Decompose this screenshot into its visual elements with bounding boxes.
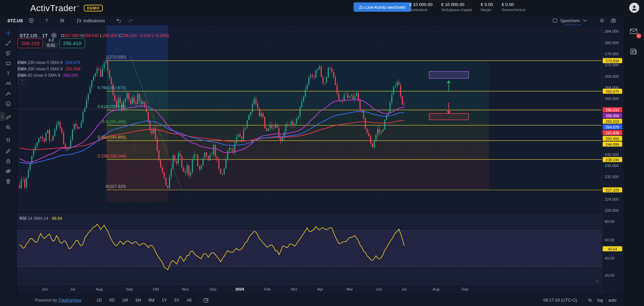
legend-symbol[interactable]: STZ.US · 1T <box>19 33 48 38</box>
news-button[interactable] <box>629 47 639 57</box>
tool-magnet[interactable] <box>3 136 14 146</box>
gear-icon <box>595 278 600 283</box>
tool-rectangle[interactable] <box>3 58 14 68</box>
tool-xabcd-pattern[interactable] <box>3 78 14 89</box>
percent-scale-button[interactable]: % <box>588 298 592 303</box>
price-label: 49.54 <box>603 246 622 251</box>
range-1y[interactable]: 1Y <box>159 297 170 304</box>
legend-collapse-button[interactable]: ⌃ <box>18 79 26 84</box>
layout-square-icon <box>552 18 558 24</box>
avatar[interactable] <box>629 3 639 13</box>
fib-level-label: 0.764(262.670) <box>52 86 126 90</box>
inbox-badge: 1 <box>636 33 641 38</box>
undo-button[interactable] <box>113 18 125 24</box>
inbox-button[interactable]: 1 <box>629 27 639 37</box>
chart-surface[interactable]: STZ.US · 1T − O257.980 H259.540 L255.450… <box>17 25 602 284</box>
account-stat-value: € 0.00 <box>502 2 526 7</box>
time-axis-label: Feb <box>264 287 271 291</box>
account-stat: € 0.00Gewinn/Verlust <box>502 2 526 12</box>
spread-value: 0.01 <box>45 42 57 48</box>
account-stat: € 0.00Margin <box>481 2 493 12</box>
pane-settings-button[interactable] <box>595 278 600 284</box>
indicators-button[interactable]: ƒx Indikatoren <box>74 18 108 23</box>
time-axis-label: Jul <box>70 287 75 291</box>
price-label: 256.210 <box>603 107 622 112</box>
indicators-label: Indikatoren <box>83 18 105 23</box>
price-tick: 80.00 <box>605 219 614 224</box>
indicator-row[interactable]: EMA 200 close 0 SMA 9251.838 <box>17 67 80 71</box>
account-stat-value: € 10 000.00 <box>409 2 433 7</box>
save-layout-button[interactable]: Speichern <box>549 18 591 24</box>
tool-trash[interactable] <box>3 176 14 186</box>
price-tick: 236.000 <box>605 164 619 168</box>
candles-icon <box>59 18 65 24</box>
pencil-icon <box>5 148 11 154</box>
time-axis-label: Okt <box>153 287 159 291</box>
indicator-row[interactable]: EMA 50 close 0 SMA 9256.000 <box>17 73 78 78</box>
tool-trend-line[interactable] <box>3 38 14 48</box>
indicator-row[interactable]: EMA 100 close 0 SMA 9254.875 <box>17 60 80 65</box>
forecast-icon <box>5 91 11 97</box>
screenshot-button[interactable] <box>608 18 619 24</box>
watchlist-toggle-handle[interactable] <box>0 112 5 121</box>
price-label: 251.838 <box>603 130 622 135</box>
sell-button[interactable]: 256.210 <box>17 38 43 48</box>
chart-style-button[interactable] <box>56 18 68 24</box>
price-label: 227.320 <box>603 188 622 193</box>
rsi-legend: RSI 14 SMA 1449.54 <box>19 216 62 221</box>
rectangle-icon <box>5 60 11 67</box>
fx-icon: ƒx <box>76 18 81 23</box>
log-scale-button[interactable]: log <box>597 298 603 303</box>
tradingview-link[interactable]: TradingView <box>58 298 81 303</box>
range-3m[interactable]: 3M <box>132 297 144 304</box>
app-logo: ActivTrader™ DEMO <box>30 3 103 13</box>
gear-icon <box>599 18 605 24</box>
tool-emoji[interactable] <box>3 99 14 109</box>
tool-forecast[interactable] <box>3 89 14 99</box>
price-axis[interactable]: 284.000280.000276.000272.000268.000264.0… <box>602 25 624 294</box>
account-stat-value: € 10 000.00 <box>441 2 472 7</box>
compare-add-button[interactable] <box>26 18 37 24</box>
range-1m[interactable]: 1M <box>119 297 131 304</box>
tool-text[interactable] <box>3 68 14 78</box>
camera-icon <box>610 18 616 24</box>
time-axis-label: Apr <box>317 287 323 291</box>
buy-button[interactable]: 256.410 <box>59 38 85 48</box>
tool-pencil[interactable] <box>3 146 14 156</box>
time-axis-label: Aug <box>96 287 103 291</box>
tool-zoom-in[interactable] <box>3 122 14 132</box>
settings-button[interactable] <box>596 18 608 24</box>
tool-fib-retracement[interactable] <box>3 48 14 58</box>
symbol-button[interactable]: STZ.US <box>5 18 26 23</box>
time-axis-label: Aug <box>433 287 439 291</box>
range-all[interactable]: All <box>184 297 195 304</box>
magnet-icon <box>5 138 11 144</box>
legend-collapse-circle[interactable]: − <box>51 33 57 38</box>
clock: 08:17:19 (UTC+2) <box>543 298 577 303</box>
price-label: 238.240 <box>603 157 622 162</box>
tool-lock[interactable] <box>3 156 14 166</box>
time-axis[interactable]: JunJulAugSepOktNovDez2024FebMrzAprMaiJun… <box>17 284 602 294</box>
account-stat: € 10 000.00Verfügbares Kapital <box>441 2 472 12</box>
tool-crosshair[interactable] <box>3 28 14 38</box>
range-5y[interactable]: 5Y <box>171 297 182 304</box>
range-1d[interactable]: 1D <box>93 297 105 304</box>
tool-eye-off[interactable] <box>3 166 14 176</box>
fib-level-label: 0.5(250.455) <box>52 120 126 124</box>
price-label: 262.670 <box>603 89 622 94</box>
price-tick: 240.000 <box>605 152 619 157</box>
range-6m[interactable]: 6M <box>146 297 157 304</box>
account-stats: € 10 000.00Kontostand€ 10 000.00Verfügba… <box>409 2 525 12</box>
logo-text: ActivTrader™ <box>30 3 80 13</box>
interval-button[interactable]: T <box>43 18 51 23</box>
price-tick: 20.00 <box>605 273 614 277</box>
range-5d[interactable]: 5D <box>106 297 118 304</box>
switch-to-live-button[interactable]: Zu Live-Konto wechseln <box>354 2 411 12</box>
price-label: 244.995 <box>603 142 622 147</box>
account-stat-value: € 0.00 <box>481 2 493 7</box>
user-icon <box>631 4 638 11</box>
go-to-date-button[interactable] <box>203 297 209 303</box>
auto-scale-button[interactable]: auto <box>608 298 616 303</box>
redo-button[interactable] <box>125 18 136 24</box>
emoji-icon <box>5 101 11 107</box>
